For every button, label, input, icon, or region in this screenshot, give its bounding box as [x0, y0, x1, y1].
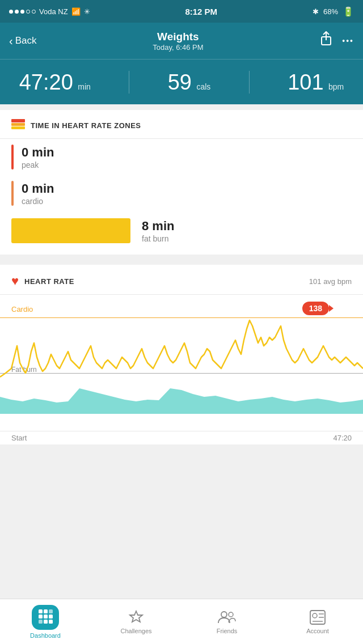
svg-rect-12 [44, 620, 48, 624]
svg-rect-3 [11, 123, 25, 126]
svg-point-15 [221, 612, 227, 617]
heart-icon: ♥ [11, 274, 19, 289]
hr-avg: 101 avg bpm [309, 277, 352, 286]
zones-header: TIME IN HEART RATE ZONES [0, 110, 363, 139]
nav-actions: ••• [319, 31, 354, 50]
heart-rate-zones-section: TIME IN HEART RATE ZONES 0 min peak 0 mi… [0, 110, 363, 255]
tab-friends-label: Friends [217, 628, 238, 634]
hr-header: ♥ HEART RATE 101 avg bpm [0, 265, 363, 295]
cardio-zone-item: 0 min cardio [0, 175, 363, 211]
svg-marker-14 [130, 611, 142, 622]
friends-icon [218, 609, 236, 625]
cardio-indicator [11, 181, 14, 206]
fat-burn-label: fat burn [142, 234, 174, 243]
stat-divider-2 [249, 71, 250, 94]
svg-rect-2 [11, 119, 25, 122]
wifi-icon: 📶 [71, 7, 81, 16]
tab-bar: Dashboard Challenges Friends Account [0, 599, 363, 644]
peak-info: 0 min peak [22, 145, 54, 170]
bpm-unit: bpm [328, 82, 344, 91]
svg-point-16 [229, 612, 233, 617]
tab-friends[interactable]: Friends [182, 609, 272, 634]
zones-title: TIME IN HEART RATE ZONES [31, 121, 141, 130]
svg-rect-10 [49, 615, 53, 618]
calories-value: 59 [168, 70, 192, 94]
tab-challenges[interactable]: Challenges [91, 609, 182, 634]
svg-rect-9 [44, 615, 48, 618]
page-title: Weights [153, 31, 203, 43]
status-left: Voda NZ 📶 ✳ [9, 7, 90, 16]
heart-rate-chart: Cardio 138 Fat burn [0, 295, 363, 431]
activity-icon: ✳ [84, 7, 90, 16]
cardio-info: 0 min cardio [22, 181, 54, 206]
chevron-left-icon: ‹ [9, 35, 13, 48]
chart-times: Start 47:20 [0, 431, 363, 444]
bpm-stat: 101 bpm [288, 71, 344, 93]
nav-bar: ‹ Back Weights Today, 6:46 PM ••• [0, 23, 363, 59]
page-subtitle: Today, 6:46 PM [153, 43, 203, 52]
signal-dots [9, 10, 36, 14]
calories-stat: 59 cals [168, 71, 211, 93]
status-right: ✱ 68% 🔋 [313, 6, 354, 17]
hr-title-left: ♥ HEART RATE [11, 274, 74, 289]
status-bar: Voda NZ 📶 ✳ 8:12 PM ✱ 68% 🔋 [0, 0, 363, 23]
svg-rect-5 [39, 609, 43, 613]
cardio-value: 0 min [22, 181, 54, 196]
svg-rect-4 [11, 126, 25, 129]
duration-stat: 47:20 min [19, 71, 91, 93]
status-time: 8:12 PM [185, 7, 217, 16]
nav-title-area: Weights Today, 6:46 PM [153, 31, 203, 52]
account-icon [309, 609, 326, 625]
chart-svg [0, 295, 363, 414]
more-icon[interactable]: ••• [342, 36, 354, 45]
peak-zone-item: 0 min peak [0, 139, 363, 175]
stats-row: 47:20 min 59 cals 101 bpm [0, 59, 363, 104]
duration-unit: min [78, 82, 91, 91]
bpm-value: 101 [288, 70, 323, 94]
dashboard-icon [37, 608, 53, 624]
section-divider [0, 104, 363, 110]
svg-point-18 [313, 613, 317, 618]
battery-icon: 🔋 [343, 6, 354, 17]
back-button[interactable]: ‹ Back [9, 35, 36, 48]
heart-rate-section: ♥ HEART RATE 101 avg bpm Cardio 138 Fat … [0, 260, 363, 444]
svg-rect-13 [49, 620, 53, 624]
hr-title: HEART RATE [24, 277, 74, 286]
peak-indicator [11, 145, 14, 170]
fat-burn-zone-item: 8 min fat burn [0, 211, 363, 255]
calories-unit: cals [196, 82, 210, 91]
svg-rect-11 [39, 620, 43, 624]
chart-start-label: Start [11, 434, 27, 442]
chart-end-label: 47:20 [333, 434, 352, 442]
battery-percent: 68% [323, 7, 338, 16]
challenges-icon [128, 609, 144, 625]
tab-account[interactable]: Account [272, 609, 363, 634]
stat-divider-1 [129, 71, 129, 94]
share-icon[interactable] [319, 31, 333, 50]
tab-dashboard-label: Dashboard [30, 632, 61, 639]
svg-rect-8 [39, 615, 43, 618]
tab-account-label: Account [306, 628, 329, 634]
fat-burn-bar [11, 218, 130, 243]
bluetooth-icon: ✱ [313, 7, 319, 16]
fat-burn-info: 8 min fat burn [142, 219, 174, 243]
dashboard-icon-box [32, 605, 59, 630]
peak-value: 0 min [22, 145, 54, 160]
svg-rect-7 [49, 609, 53, 613]
back-label: Back [15, 35, 37, 46]
tab-dashboard[interactable]: Dashboard [0, 605, 91, 639]
carrier-name: Voda NZ [39, 7, 68, 16]
cardio-label: cardio [22, 197, 54, 206]
tab-challenges-label: Challenges [120, 628, 151, 634]
zones-icon [11, 119, 25, 132]
peak-label: peak [22, 160, 54, 170]
fat-burn-value: 8 min [142, 219, 174, 234]
svg-rect-6 [44, 609, 48, 613]
duration-value: 47:20 [19, 70, 73, 94]
